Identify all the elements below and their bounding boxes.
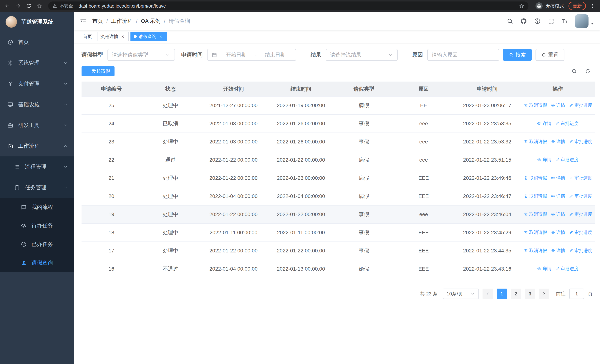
detail-link[interactable]: 详情 — [551, 248, 565, 253]
cancel-leave-link[interactable]: 取消请假 — [524, 248, 547, 253]
bookmark-star-icon[interactable] — [519, 3, 525, 9]
sidebar-item-leave-query[interactable]: 请假查询 — [0, 253, 74, 272]
detail-link[interactable]: 详情 — [551, 139, 565, 145]
cancel-leave-link[interactable]: 取消请假 — [524, 193, 547, 199]
cancel-leave-link[interactable]: 取消请假 — [524, 211, 547, 217]
sidebar-item-infrastructure[interactable]: 基础设施 — [0, 94, 74, 115]
chevron-down-icon — [63, 123, 68, 128]
tab-leave-query[interactable]: 请假查询× — [131, 32, 167, 41]
security-label[interactable]: 不安全 — [60, 3, 73, 9]
edit-icon — [555, 267, 560, 271]
edit-icon — [555, 121, 560, 126]
cancel-leave-link[interactable]: 取消请假 — [524, 229, 547, 235]
breadcrumb-separator: / — [136, 18, 138, 24]
cancel-leave-link[interactable]: 取消请假 — [524, 175, 547, 181]
tab-home[interactable]: 首页 — [80, 32, 95, 41]
approval-progress-link[interactable]: 审批进度 — [569, 229, 592, 235]
help-icon[interactable] — [534, 18, 541, 24]
cell-apply-time: 2022-01-22 23:46:04 — [454, 205, 520, 224]
approval-progress-link[interactable]: 审批进度 — [555, 157, 579, 163]
back-icon[interactable] — [2, 1, 12, 11]
tab-close-icon[interactable]: × — [120, 34, 125, 39]
approval-progress-link[interactable]: 审批进度 — [569, 248, 592, 253]
cancel-leave-link[interactable]: 取消请假 — [524, 139, 547, 145]
approval-progress-link[interactable]: 审批进度 — [569, 139, 592, 145]
sidebar-item-home[interactable]: 首页 — [0, 32, 74, 53]
eye-icon — [551, 103, 555, 107]
page-size-select[interactable]: 10条/页 — [443, 289, 479, 299]
search-button[interactable]: 搜索 — [503, 49, 532, 61]
detail-link[interactable]: 详情 — [537, 121, 552, 126]
detail-link[interactable]: 详情 — [537, 157, 552, 163]
next-page-button[interactable] — [539, 289, 549, 299]
approval-progress-link[interactable]: 审批进度 — [569, 211, 592, 217]
user-menu[interactable] — [575, 14, 594, 28]
detail-link[interactable]: 详情 — [551, 229, 565, 235]
cell-status: 不通过 — [141, 260, 200, 278]
page-button-3[interactable]: 3 — [525, 289, 535, 299]
menu-item-label: 系统管理 — [18, 59, 61, 67]
apply-time-range-picker[interactable]: 开始日期 - 结束日期 — [207, 49, 296, 61]
reload-icon[interactable] — [24, 1, 34, 11]
tab-process-detail[interactable]: 流程详情× — [97, 32, 129, 41]
breadcrumb-item[interactable]: 首页 — [92, 18, 103, 25]
approval-progress-link[interactable]: 审批进度 — [569, 193, 592, 199]
result-select[interactable]: 请选择流结果 — [326, 49, 398, 61]
approval-progress-link[interactable]: 审批进度 — [569, 102, 592, 108]
search-toggle-icon[interactable] — [571, 68, 577, 74]
sidebar-item-system[interactable]: 系统管理 — [0, 53, 74, 73]
cell-start-time: 2022-01-22 00:00:00 — [200, 169, 267, 187]
reason-input[interactable] — [428, 49, 499, 60]
sidebar-item-process-management[interactable]: 流程管理 — [0, 156, 74, 177]
detail-link[interactable]: 详情 — [551, 175, 565, 181]
page-button-1[interactable]: 1 — [497, 289, 507, 299]
cancel-leave-link[interactable]: 取消请假 — [524, 102, 547, 108]
update-button[interactable]: 更新 — [569, 2, 586, 10]
prev-page-button[interactable] — [483, 289, 493, 299]
cell-leave-type: 病假 — [335, 151, 393, 169]
tab-close-icon[interactable]: × — [158, 34, 163, 39]
approval-progress-link[interactable]: 审批进度 — [555, 266, 579, 272]
fullscreen-icon[interactable] — [548, 18, 554, 24]
breadcrumb-item[interactable]: 工作流程 — [111, 18, 133, 25]
sidebar-item-payment[interactable]: 支付管理 — [0, 73, 74, 94]
sidebar-item-my-process[interactable]: 我的流程 — [0, 198, 74, 216]
cell-end-time: 2022-01-26 00:00:00 — [267, 133, 335, 151]
cell-end-time: 2022-01-26 00:00:00 — [267, 114, 335, 133]
apply-time-label: 申请时间 — [181, 51, 207, 59]
detail-link[interactable]: 详情 — [537, 266, 552, 272]
detail-link[interactable]: 详情 — [551, 211, 565, 217]
cell-apply-time: 2022-01-22 23:46:47 — [454, 187, 520, 205]
forward-icon[interactable] — [13, 1, 23, 11]
page-button-2[interactable]: 2 — [511, 289, 521, 299]
create-leave-button[interactable]: 发起请假 — [82, 66, 114, 76]
sidebar-item-todo-tasks[interactable]: 待办任务 — [0, 216, 74, 235]
leave-type-placeholder: 请选择请假类型 — [112, 51, 148, 58]
sidebar-toggle-icon[interactable] — [80, 18, 87, 25]
search-icon[interactable] — [506, 18, 513, 24]
reset-button[interactable]: 重置 — [535, 49, 564, 61]
font-size-icon[interactable] — [562, 18, 568, 24]
goto-page-input[interactable] — [569, 289, 584, 299]
column-header: 申请时间 — [454, 82, 520, 96]
refresh-table-icon[interactable] — [585, 68, 591, 74]
sidebar-item-devtools[interactable]: 研发工具 — [0, 115, 74, 136]
sidebar-item-task-management[interactable]: 任务管理 — [0, 177, 74, 198]
detail-link[interactable]: 详情 — [551, 102, 565, 108]
chevron-up-icon — [63, 185, 68, 190]
sidebar-item-workflow[interactable]: 工作流程 — [0, 136, 74, 156]
logo[interactable]: 芋道管理系统 — [0, 12, 74, 32]
address-bar[interactable]: 不安全 dashboard.yudao.iocoder.cn/bpm/oa/le… — [48, 1, 528, 10]
refresh-icon — [542, 52, 546, 57]
filter-result: 结果 请选择流结果 — [310, 49, 398, 61]
approval-progress-link[interactable]: 审批进度 — [555, 121, 579, 126]
breadcrumb-item[interactable]: OA 示例 — [141, 18, 160, 25]
github-icon[interactable] — [520, 18, 527, 24]
approval-progress-link[interactable]: 审批进度 — [569, 175, 592, 181]
browser-menu-icon[interactable] — [590, 3, 596, 9]
home-icon[interactable] — [35, 1, 45, 11]
leave-type-select[interactable]: 请选择请假类型 — [107, 49, 175, 61]
cell-apply-time: 2022-01-22 23:49:46 — [454, 169, 520, 187]
sidebar-item-done-tasks[interactable]: 已办任务 — [0, 235, 74, 253]
detail-link[interactable]: 详情 — [551, 193, 565, 199]
